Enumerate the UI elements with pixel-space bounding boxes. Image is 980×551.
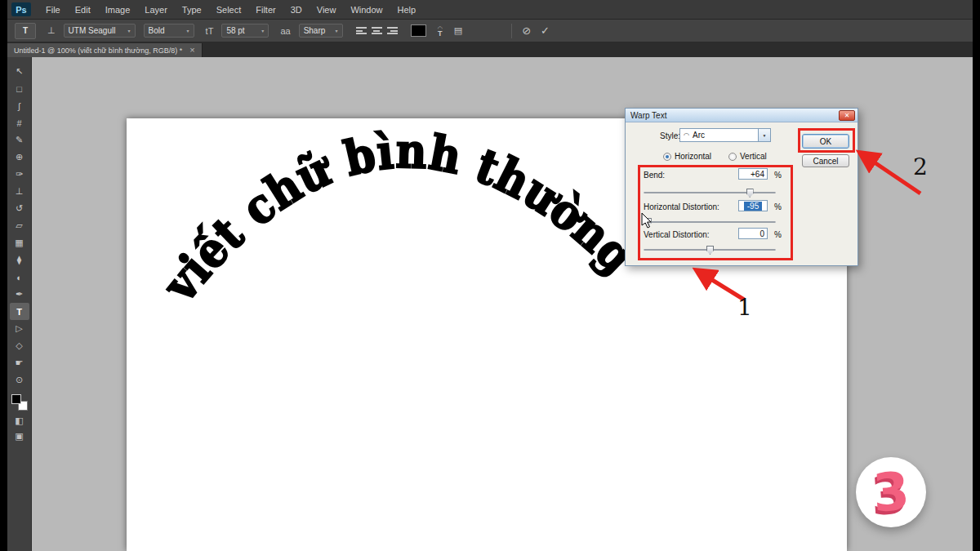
document-tab-bar: Untitled-1 @ 100% (viết chữ bình thường,…: [7, 42, 973, 57]
tool-lasso[interactable]: ʃ: [10, 97, 29, 114]
step-2-number: 2: [913, 153, 928, 180]
style-label: Style:: [660, 131, 680, 140]
anti-alias-icon: aa: [280, 26, 290, 36]
menu-filter[interactable]: Filter: [248, 5, 283, 15]
menu-3d[interactable]: 3D: [283, 5, 310, 15]
tool-hand[interactable]: ☛: [10, 354, 29, 371]
radio-horizontal[interactable]: Horizontal: [663, 152, 711, 161]
foreground-color-swatch[interactable]: [11, 394, 21, 404]
close-icon[interactable]: ✕: [839, 110, 855, 121]
tool-eyedropper[interactable]: ✎: [10, 131, 29, 149]
tool-shape[interactable]: ◇: [10, 337, 29, 354]
align-right-icon[interactable]: [387, 26, 398, 35]
menu-type[interactable]: Type: [175, 5, 209, 15]
style-dropdown[interactable]: ◠ Arc ▼: [679, 128, 771, 142]
tool-history-brush[interactable]: ↺: [10, 200, 29, 217]
font-size-icon: tT: [206, 26, 214, 36]
type-tool-preset[interactable]: T: [15, 23, 36, 39]
font-size-value: 58 pt: [226, 26, 244, 35]
font-family-value: UTM Seagull: [69, 26, 116, 35]
photoshop-logo: Ps: [11, 2, 31, 16]
tool-blur[interactable]: ⧫: [10, 251, 29, 269]
alignment-group: [356, 26, 398, 35]
warp-text-icon[interactable]: ◠ T: [438, 26, 443, 36]
slider-thumb[interactable]: [746, 189, 754, 198]
chevron-down-icon[interactable]: ▼: [758, 129, 770, 141]
commit-edits-icon[interactable]: ✓: [541, 24, 550, 37]
menu-view[interactable]: View: [310, 5, 344, 15]
separator: [511, 24, 512, 38]
menu-edit[interactable]: Edit: [68, 5, 98, 15]
font-size-select[interactable]: 58 pt ▾: [221, 24, 269, 38]
tool-eraser[interactable]: ▱: [10, 217, 29, 234]
dialog-title: Warp Text: [630, 111, 666, 120]
menu-select[interactable]: Select: [209, 5, 249, 15]
menu-file[interactable]: File: [38, 5, 68, 15]
tool-marquee[interactable]: □: [10, 80, 29, 97]
tool-type[interactable]: T: [10, 303, 29, 320]
radio-dot-icon: [663, 153, 671, 161]
slider-thumb[interactable]: [644, 218, 652, 227]
screen-mode-icon[interactable]: ▣: [15, 431, 23, 442]
document-title: Untitled-1 @ 100% (viết chữ bình thường,…: [14, 47, 182, 55]
style-value: Arc: [693, 131, 758, 140]
font-style-select[interactable]: Bold ▾: [144, 24, 194, 38]
horizontal-distortion-field[interactable]: -95: [738, 200, 768, 211]
cancel-edits-icon[interactable]: ⊘: [522, 24, 531, 37]
step-3-badge: 3: [856, 457, 926, 527]
slider-track: [644, 192, 776, 193]
percent-sign: %: [774, 171, 782, 180]
tool-move[interactable]: ↖: [10, 63, 29, 80]
menu-layer[interactable]: Layer: [137, 5, 175, 15]
menu-window[interactable]: Window: [343, 5, 390, 15]
chevron-down-icon: ▾: [128, 28, 131, 33]
options-bar: T ⊥ UTM Seagull ▾ Bold ▾ tT 58 pt ▾ aa S…: [7, 20, 973, 42]
tool-pen[interactable]: ✒: [10, 286, 29, 303]
photoshop-window: Ps File Edit Image Layer Type Select Fil…: [0, 0, 980, 551]
radio-dot-icon: [728, 153, 737, 161]
radio-vertical[interactable]: Vertical: [728, 152, 767, 161]
tool-crop[interactable]: #: [10, 114, 29, 131]
anti-alias-value: Sharp: [304, 26, 326, 35]
character-panel-icon[interactable]: ▤: [454, 25, 462, 36]
tool-healing-brush[interactable]: ⊕: [10, 149, 29, 166]
menu-image[interactable]: Image: [98, 5, 138, 15]
slider-thumb[interactable]: [706, 246, 714, 255]
tool-brush[interactable]: ✑: [10, 166, 29, 183]
align-center-icon[interactable]: [372, 26, 382, 35]
chevron-down-icon: ▾: [187, 28, 189, 33]
tool-path-select[interactable]: ▷: [10, 320, 29, 337]
vertical-distortion-field[interactable]: 0: [738, 228, 768, 239]
arc-style-icon: ◠: [684, 131, 689, 139]
anti-alias-select[interactable]: Sharp ▾: [299, 24, 343, 38]
chevron-down-icon: ▾: [336, 28, 338, 33]
tool-clone-stamp[interactable]: ⊥: [10, 183, 29, 200]
bend-label: Bend:: [644, 171, 665, 180]
bend-slider[interactable]: [644, 189, 776, 198]
align-left-icon[interactable]: [356, 26, 367, 35]
slider-track: [644, 221, 776, 223]
dialog-title-bar[interactable]: Warp Text: [626, 109, 858, 122]
warp-text-dialog: Warp Text ✕ Style: ◠ Arc ▼ Horizontal Ve…: [625, 108, 858, 266]
quick-mask-icon[interactable]: ◧: [15, 415, 23, 426]
tool-zoom[interactable]: ⊙: [10, 371, 29, 389]
text-color-swatch[interactable]: [411, 24, 426, 37]
tool-dodge[interactable]: ◐: [10, 269, 29, 286]
vertical-distortion-label: Vertical Distortion:: [644, 230, 710, 239]
step-1-number: 1: [737, 294, 752, 321]
font-family-select[interactable]: UTM Seagull ▾: [64, 24, 136, 38]
horizontal-distortion-slider[interactable]: [644, 218, 776, 227]
close-icon[interactable]: ×: [189, 47, 194, 54]
color-swatches[interactable]: [11, 394, 28, 411]
cancel-button[interactable]: Cancel: [802, 154, 849, 167]
text-orientation-icon[interactable]: ⊥: [47, 25, 56, 36]
tool-gradient[interactable]: ▦: [10, 234, 29, 251]
ok-button[interactable]: OK: [802, 134, 849, 149]
vertical-distortion-slider[interactable]: [644, 246, 776, 255]
bend-value-field[interactable]: +64: [738, 168, 768, 180]
chevron-down-icon: ▾: [261, 28, 264, 33]
tools-panel: ↖ □ ʃ # ✎ ⊕ ✑ ⊥ ↺ ▱ ▦ ⧫ ◐ ✒ T ▷ ◇ ☛ ⊙ ◧ …: [7, 57, 32, 551]
menu-help[interactable]: Help: [390, 5, 424, 15]
percent-sign: %: [774, 230, 782, 239]
document-tab[interactable]: Untitled-1 @ 100% (viết chữ bình thường,…: [7, 43, 203, 57]
